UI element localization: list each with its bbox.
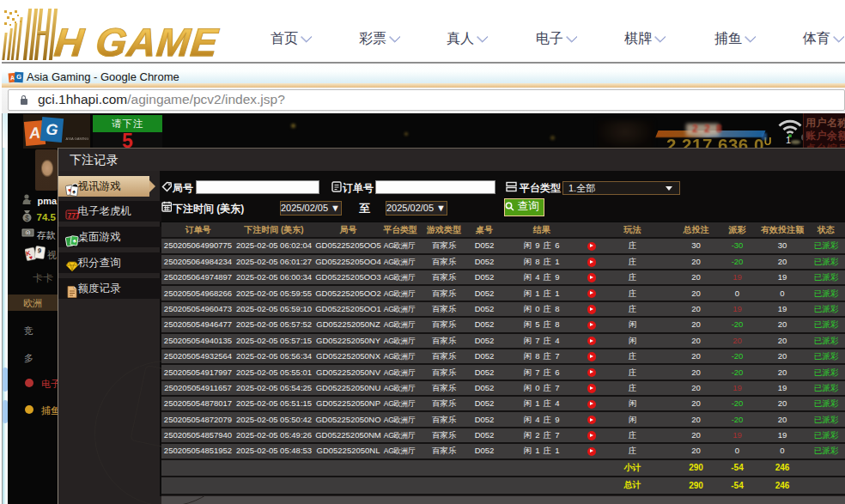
svg-text:0: 0 xyxy=(27,229,30,235)
svg-text:777: 777 xyxy=(67,210,79,219)
svg-text:*: * xyxy=(29,199,32,204)
svg-text:$: $ xyxy=(25,213,29,222)
